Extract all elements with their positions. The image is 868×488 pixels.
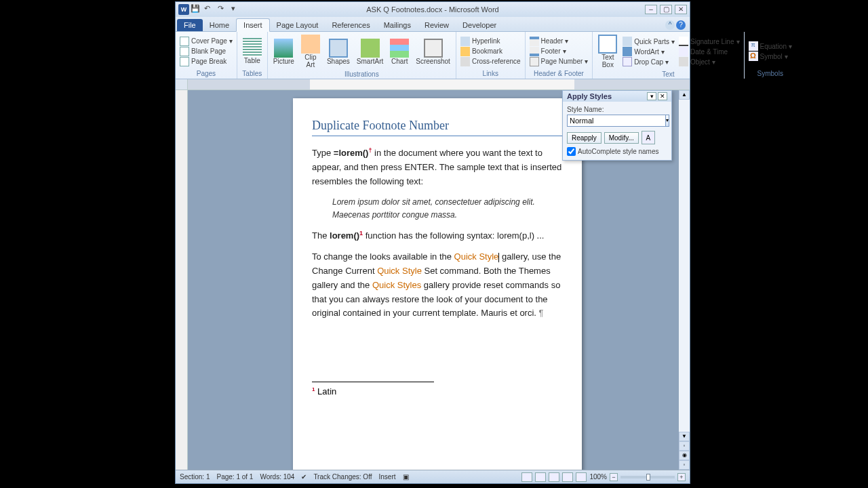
pane-close-icon[interactable]: ✕ xyxy=(658,92,667,100)
status-insert[interactable]: Insert xyxy=(379,473,396,481)
link-quick-style-1[interactable]: Quick Style xyxy=(454,251,499,262)
footer-button[interactable]: Footer ▾ xyxy=(528,47,590,56)
view-print-layout-icon[interactable] xyxy=(521,472,532,482)
shapes-button[interactable]: Shapes xyxy=(324,37,353,66)
wordart-button[interactable]: WordArt ▾ xyxy=(621,47,676,56)
page-break-button[interactable]: Page Break xyxy=(178,57,234,66)
close-button[interactable]: ✕ xyxy=(675,5,687,14)
qat-redo-icon[interactable]: ↷ xyxy=(218,4,230,15)
vertical-ruler[interactable] xyxy=(176,90,188,470)
view-full-screen-icon[interactable] xyxy=(535,472,546,482)
vertical-scrollbar[interactable]: ▲ ▼ ◦ ◉ ◦ xyxy=(679,90,690,470)
dropcap-button[interactable]: Drop Cap ▾ xyxy=(621,57,676,66)
link-quick-styles-3[interactable]: Quick Styles xyxy=(372,280,421,290)
view-outline-icon[interactable] xyxy=(562,472,573,482)
crossref-button[interactable]: Cross-reference xyxy=(459,57,522,66)
scroll-down-icon[interactable]: ▼ xyxy=(679,432,690,441)
tab-page-layout[interactable]: Page Layout xyxy=(270,19,326,31)
status-bar: Section: 1 Page: 1 of 1 Words: 104 ✔ Tra… xyxy=(176,470,690,483)
screenshot-button[interactable]: Screenshot xyxy=(413,37,453,66)
scroll-track[interactable] xyxy=(679,100,690,432)
datetime-button[interactable]: Date & Time xyxy=(677,47,741,56)
status-page[interactable]: Page: 1 of 1 xyxy=(216,473,253,481)
paragraph-3[interactable]: The lorem()1 function has the following … xyxy=(312,228,563,243)
object-button[interactable]: Object ▾ xyxy=(677,57,741,66)
reapply-button[interactable]: Reapply xyxy=(567,132,601,144)
signature-button[interactable]: Signature Line ▾ xyxy=(677,37,741,46)
maximize-button[interactable]: ▢ xyxy=(660,5,672,14)
group-links: Hyperlink Bookmark Cross-reference Links xyxy=(456,32,526,79)
status-section[interactable]: Section: 1 xyxy=(180,473,210,481)
styles-launcher-button[interactable]: A xyxy=(642,131,655,144)
help-icon[interactable]: ? xyxy=(676,20,686,30)
footnote-1[interactable]: 1 Latin xyxy=(312,386,563,396)
zoom-thumb[interactable] xyxy=(646,474,650,481)
browse-object-icon[interactable]: ◉ xyxy=(679,451,690,460)
zoom-slider[interactable] xyxy=(620,476,675,479)
symbol-button[interactable]: ΩSymbol ▾ xyxy=(747,52,793,61)
view-draft-icon[interactable] xyxy=(576,472,587,482)
hyperlink-button[interactable]: Hyperlink xyxy=(459,37,522,46)
pane-dropdown-icon[interactable]: ▾ xyxy=(647,92,656,100)
tab-file[interactable]: File xyxy=(177,19,203,31)
link-quick-style-2[interactable]: Quick Style xyxy=(377,266,422,276)
view-web-layout-icon[interactable] xyxy=(549,472,559,482)
next-page-icon[interactable]: ◦ xyxy=(679,460,690,470)
horizontal-ruler[interactable] xyxy=(188,79,690,89)
textbox-button[interactable]: Text Box xyxy=(595,33,620,70)
header-button[interactable]: Header ▾ xyxy=(528,37,590,46)
zoom-in-icon[interactable]: + xyxy=(677,473,686,481)
prev-page-icon[interactable]: ◦ xyxy=(679,441,690,451)
modify-button[interactable]: Modify... xyxy=(604,132,639,144)
minimize-button[interactable]: – xyxy=(645,5,657,14)
quickparts-button[interactable]: Quick Parts ▾ xyxy=(621,37,676,46)
tab-review[interactable]: Review xyxy=(418,19,456,31)
blank-page-icon xyxy=(180,47,189,56)
autocomplete-checkbox[interactable]: AutoComplete style names xyxy=(567,147,667,156)
signature-icon xyxy=(679,37,688,46)
smartart-button[interactable]: SmartArt xyxy=(354,37,386,66)
tab-insert[interactable]: Insert xyxy=(236,18,270,32)
minimize-ribbon-icon[interactable]: ^ xyxy=(665,20,675,30)
status-macro-icon[interactable]: ▣ xyxy=(403,473,409,481)
page-number-button[interactable]: Page Number ▾ xyxy=(528,57,590,66)
cover-page-button[interactable]: Cover Page ▾ xyxy=(178,37,234,46)
object-icon xyxy=(679,57,688,66)
ruler-corner[interactable] xyxy=(176,79,188,89)
zoom-level[interactable]: 100% xyxy=(589,473,607,481)
tab-mailings[interactable]: Mailings xyxy=(377,19,418,31)
qat-more-icon[interactable]: ▾ xyxy=(231,4,243,15)
bookmark-button[interactable]: Bookmark xyxy=(459,47,522,56)
status-proof-icon[interactable]: ✔ xyxy=(301,473,307,481)
equation-icon: π xyxy=(749,41,758,51)
status-words[interactable]: Words: 104 xyxy=(260,473,294,481)
clipart-button[interactable]: Clip Art xyxy=(298,33,323,70)
equation-button[interactable]: πEquation ▾ xyxy=(747,41,793,51)
style-name-input[interactable] xyxy=(567,115,666,127)
document-canvas[interactable]: Duplicate Footnote Number Type =lorem()†… xyxy=(188,90,679,470)
zoom-out-icon[interactable]: − xyxy=(610,473,618,481)
apply-styles-pane: Apply Styles ▾ ✕ Style Name: ▾ Reapply M… xyxy=(562,90,672,161)
document-page[interactable]: Duplicate Footnote Number Type =lorem()†… xyxy=(293,98,582,470)
qat-save-icon[interactable]: 💾 xyxy=(191,4,203,15)
paragraph-4[interactable]: To change the looks available in the Qui… xyxy=(312,250,563,321)
tab-references[interactable]: References xyxy=(325,19,376,31)
paragraph-1[interactable]: Type =lorem()† in the document where you… xyxy=(312,146,563,189)
pane-header[interactable]: Apply Styles ▾ ✕ xyxy=(563,91,671,102)
scroll-up-icon[interactable]: ▲ xyxy=(679,90,690,100)
tab-home[interactable]: Home xyxy=(203,19,236,31)
chart-button[interactable]: Chart xyxy=(387,37,412,66)
qat-undo-icon[interactable]: ↶ xyxy=(204,4,216,15)
page-break-icon xyxy=(180,57,189,66)
heading[interactable]: Duplicate Footnote Number xyxy=(312,119,563,136)
group-symbols: πEquation ▾ ΩSymbol ▾ Symbols xyxy=(745,32,796,79)
paragraph-quote[interactable]: Lorem ipsum dolor sit amet, consectetuer… xyxy=(312,196,563,222)
pane-body: Style Name: ▾ Reapply Modify... A AutoCo… xyxy=(563,102,671,160)
table-button[interactable]: Table xyxy=(240,37,264,66)
status-track[interactable]: Track Changes: Off xyxy=(313,473,372,481)
picture-button[interactable]: Picture xyxy=(271,37,297,66)
tab-developer[interactable]: Developer xyxy=(456,19,503,31)
autocomplete-check[interactable] xyxy=(567,147,576,156)
style-name-dropdown-icon[interactable]: ▾ xyxy=(666,115,669,127)
blank-page-button[interactable]: Blank Page xyxy=(178,47,234,56)
